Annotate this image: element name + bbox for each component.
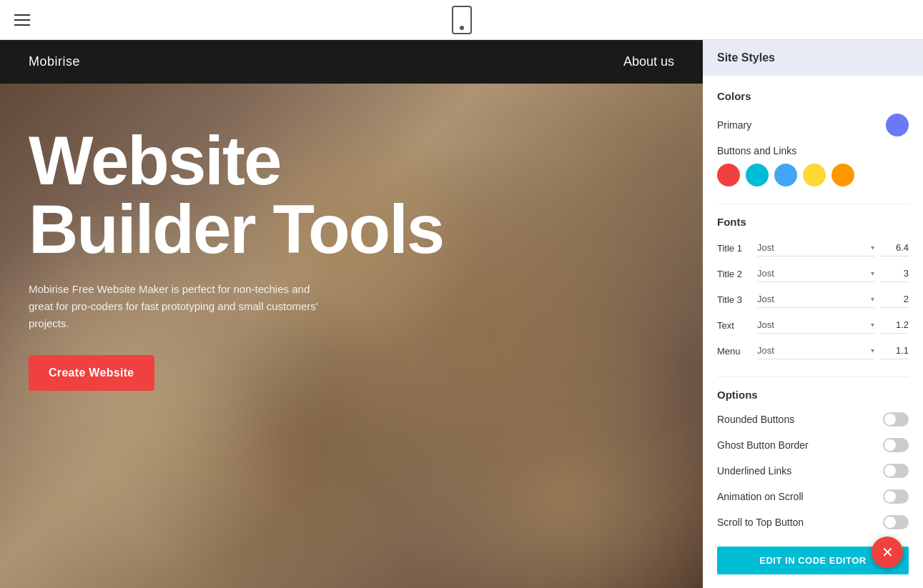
font-size-menu[interactable] [880,342,909,359]
panel-body: Colors Primary Buttons and Links Fonts [703,76,923,588]
preview-nav: Mobirise About us [0,40,703,84]
scroll-to-top-label: Scroll to Top Button [717,517,804,528]
options-section: Options Rounded Buttons Ghost Button Bor… [717,389,909,529]
colors-section-title: Colors [717,90,909,102]
option-rounded-buttons: Rounded Buttons [717,412,909,427]
font-size-title1[interactable] [880,239,909,256]
options-section-title: Options [717,389,909,401]
font-label-title3: Title 3 [717,294,751,305]
font-size-text[interactable] [880,317,909,334]
font-label-title1: Title 1 [717,243,751,254]
swatch-orange[interactable] [831,164,854,186]
font-select-title3[interactable]: Jost ▾ [757,291,874,308]
preview-area: Mobirise About us Website Builder Tools … [0,40,703,588]
nav-about-link[interactable]: About us [623,54,674,69]
font-row-title1: Title 1 Jost ▾ [717,239,909,256]
font-name-title2: Jost [757,268,774,279]
close-fab-button[interactable]: ✕ [872,537,903,568]
primary-label: Primary [717,119,751,131]
hero-title-line2: Builder Tools [29,195,674,264]
primary-color-swatch[interactable] [886,114,909,136]
site-styles-panel: Site Styles Colors Primary Buttons and L… [703,40,923,588]
color-swatches [717,164,909,186]
hero-title: Website Builder Tools [29,126,674,264]
font-label-text: Text [717,320,751,331]
menu-icon[interactable] [14,14,30,26]
animation-on-scroll-toggle[interactable] [883,489,909,504]
rounded-buttons-label: Rounded Buttons [717,414,794,425]
font-dropdown-arrow-title1: ▾ [871,244,874,251]
font-select-menu[interactable]: Jost ▾ [757,342,874,359]
underlined-links-toggle[interactable] [883,464,909,478]
font-size-title2[interactable] [880,265,909,282]
swatch-yellow[interactable] [803,164,826,186]
font-row-title3: Title 3 Jost ▾ [717,291,909,308]
hero-subtitle: Mobirise Free Website Maker is perfect f… [29,281,329,332]
font-row-title2: Title 2 Jost ▾ [717,265,909,282]
font-name-menu: Jost [757,345,774,356]
font-name-title3: Jost [757,294,774,304]
swatch-blue[interactable] [774,164,797,186]
font-label-menu: Menu [717,346,751,357]
mobile-preview-icon[interactable] [452,6,472,34]
font-name-text: Jost [757,319,774,330]
colors-section: Colors Primary Buttons and Links [717,90,909,186]
swatch-red[interactable] [717,164,740,186]
scroll-to-top-toggle[interactable] [883,515,909,529]
hero-content: Website Builder Tools Mobirise Free Webs… [0,84,703,419]
option-underlined-links: Underlined Links [717,464,909,478]
underlined-links-label: Underlined Links [717,465,791,477]
option-animation-on-scroll: Animation on Scroll [717,489,909,504]
option-scroll-to-top: Scroll to Top Button [717,515,909,529]
font-select-title2[interactable]: Jost ▾ [757,265,874,282]
topbar [0,0,923,40]
panel-header: Site Styles [703,40,923,76]
fonts-section: Fonts Title 1 Jost ▾ Title 2 Jost ▾ [717,216,909,359]
hero-title-line1: Website [29,126,674,195]
font-select-title1[interactable]: Jost ▾ [757,239,874,256]
buttons-links-label: Buttons and Links [717,145,909,156]
font-dropdown-arrow-text: ▾ [871,321,874,329]
create-website-button[interactable]: Create Website [29,355,154,391]
preview-hero: Website Builder Tools Mobirise Free Webs… [0,84,703,588]
font-name-title1: Jost [757,242,774,253]
main-area: Mobirise About us Website Builder Tools … [0,40,923,588]
ghost-button-border-toggle[interactable] [883,438,909,452]
font-row-text: Text Jost ▾ [717,317,909,334]
font-size-title3[interactable] [880,291,909,308]
primary-color-row: Primary [717,114,909,136]
site-logo: Mobirise [29,54,80,69]
rounded-buttons-toggle[interactable] [883,412,909,427]
divider-1 [717,204,909,204]
font-dropdown-arrow-title3: ▾ [871,295,874,303]
divider-2 [717,377,909,377]
font-select-text[interactable]: Jost ▾ [757,317,874,334]
font-dropdown-arrow-menu: ▾ [871,347,874,354]
option-ghost-button-border: Ghost Button Border [717,438,909,452]
font-row-menu: Menu Jost ▾ [717,342,909,359]
swatch-cyan[interactable] [746,164,769,186]
website-preview: Mobirise About us Website Builder Tools … [0,40,703,588]
ghost-button-border-label: Ghost Button Border [717,439,809,451]
animation-on-scroll-label: Animation on Scroll [717,491,804,502]
font-dropdown-arrow-title2: ▾ [871,269,874,277]
font-label-title2: Title 2 [717,269,751,279]
fonts-section-title: Fonts [717,216,909,228]
